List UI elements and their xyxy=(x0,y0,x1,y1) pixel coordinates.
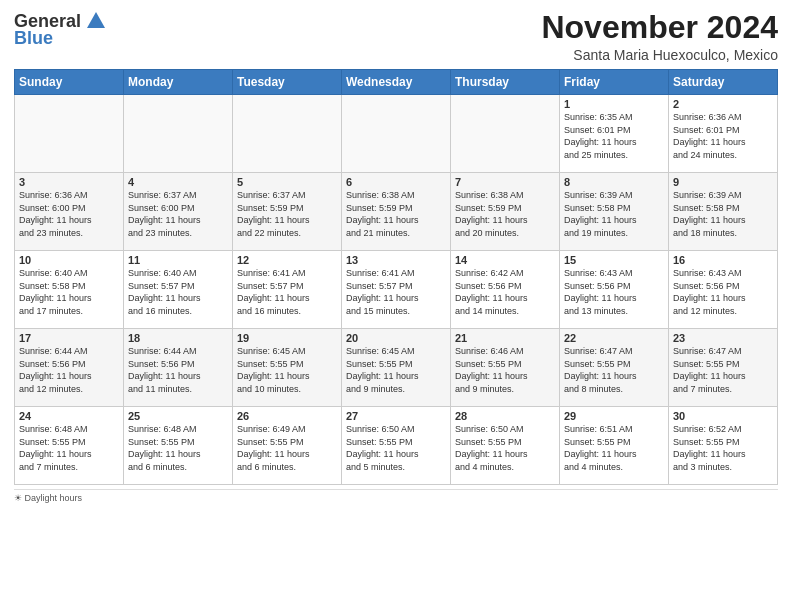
calendar-cell: 4Sunrise: 6:37 AM Sunset: 6:00 PM Daylig… xyxy=(124,173,233,251)
day-info: Sunrise: 6:48 AM Sunset: 5:55 PM Dayligh… xyxy=(19,423,119,473)
logo-icon xyxy=(85,10,107,32)
week-row-5: 24Sunrise: 6:48 AM Sunset: 5:55 PM Dayli… xyxy=(15,407,778,485)
day-info: Sunrise: 6:35 AM Sunset: 6:01 PM Dayligh… xyxy=(564,111,664,161)
day-number: 9 xyxy=(673,176,773,188)
calendar-cell: 19Sunrise: 6:45 AM Sunset: 5:55 PM Dayli… xyxy=(233,329,342,407)
calendar-cell: 22Sunrise: 6:47 AM Sunset: 5:55 PM Dayli… xyxy=(560,329,669,407)
daylight-label: Daylight hours xyxy=(25,493,83,503)
day-number: 19 xyxy=(237,332,337,344)
calendar-cell: 6Sunrise: 6:38 AM Sunset: 5:59 PM Daylig… xyxy=(342,173,451,251)
calendar-cell xyxy=(15,95,124,173)
day-info: Sunrise: 6:38 AM Sunset: 5:59 PM Dayligh… xyxy=(455,189,555,239)
calendar-cell: 10Sunrise: 6:40 AM Sunset: 5:58 PM Dayli… xyxy=(15,251,124,329)
weekday-header-tuesday: Tuesday xyxy=(233,70,342,95)
calendar-cell: 17Sunrise: 6:44 AM Sunset: 5:56 PM Dayli… xyxy=(15,329,124,407)
day-number: 16 xyxy=(673,254,773,266)
day-number: 21 xyxy=(455,332,555,344)
week-row-4: 17Sunrise: 6:44 AM Sunset: 5:56 PM Dayli… xyxy=(15,329,778,407)
day-number: 12 xyxy=(237,254,337,266)
calendar-cell: 28Sunrise: 6:50 AM Sunset: 5:55 PM Dayli… xyxy=(451,407,560,485)
calendar-cell: 11Sunrise: 6:40 AM Sunset: 5:57 PM Dayli… xyxy=(124,251,233,329)
logo: General Blue xyxy=(14,10,107,49)
day-number: 3 xyxy=(19,176,119,188)
day-info: Sunrise: 6:52 AM Sunset: 5:55 PM Dayligh… xyxy=(673,423,773,473)
calendar-cell: 1Sunrise: 6:35 AM Sunset: 6:01 PM Daylig… xyxy=(560,95,669,173)
day-info: Sunrise: 6:39 AM Sunset: 5:58 PM Dayligh… xyxy=(564,189,664,239)
day-number: 6 xyxy=(346,176,446,188)
day-number: 2 xyxy=(673,98,773,110)
calendar-cell: 23Sunrise: 6:47 AM Sunset: 5:55 PM Dayli… xyxy=(669,329,778,407)
weekday-header-monday: Monday xyxy=(124,70,233,95)
calendar-cell xyxy=(233,95,342,173)
day-info: Sunrise: 6:40 AM Sunset: 5:58 PM Dayligh… xyxy=(19,267,119,317)
calendar-cell: 15Sunrise: 6:43 AM Sunset: 5:56 PM Dayli… xyxy=(560,251,669,329)
day-number: 7 xyxy=(455,176,555,188)
weekday-header-saturday: Saturday xyxy=(669,70,778,95)
calendar-cell: 13Sunrise: 6:41 AM Sunset: 5:57 PM Dayli… xyxy=(342,251,451,329)
day-info: Sunrise: 6:39 AM Sunset: 5:58 PM Dayligh… xyxy=(673,189,773,239)
logo-blue: Blue xyxy=(14,28,53,49)
calendar-cell: 26Sunrise: 6:49 AM Sunset: 5:55 PM Dayli… xyxy=(233,407,342,485)
location-title: Santa Maria Huexoculco, Mexico xyxy=(541,47,778,63)
day-info: Sunrise: 6:44 AM Sunset: 5:56 PM Dayligh… xyxy=(19,345,119,395)
weekday-header-friday: Friday xyxy=(560,70,669,95)
day-info: Sunrise: 6:50 AM Sunset: 5:55 PM Dayligh… xyxy=(346,423,446,473)
day-number: 28 xyxy=(455,410,555,422)
calendar-cell: 12Sunrise: 6:41 AM Sunset: 5:57 PM Dayli… xyxy=(233,251,342,329)
day-info: Sunrise: 6:36 AM Sunset: 6:01 PM Dayligh… xyxy=(673,111,773,161)
day-number: 23 xyxy=(673,332,773,344)
weekday-header-thursday: Thursday xyxy=(451,70,560,95)
day-number: 17 xyxy=(19,332,119,344)
day-info: Sunrise: 6:43 AM Sunset: 5:56 PM Dayligh… xyxy=(673,267,773,317)
day-number: 30 xyxy=(673,410,773,422)
calendar-cell: 9Sunrise: 6:39 AM Sunset: 5:58 PM Daylig… xyxy=(669,173,778,251)
day-info: Sunrise: 6:43 AM Sunset: 5:56 PM Dayligh… xyxy=(564,267,664,317)
calendar-cell xyxy=(451,95,560,173)
calendar-cell: 21Sunrise: 6:46 AM Sunset: 5:55 PM Dayli… xyxy=(451,329,560,407)
calendar-cell: 30Sunrise: 6:52 AM Sunset: 5:55 PM Dayli… xyxy=(669,407,778,485)
week-row-2: 3Sunrise: 6:36 AM Sunset: 6:00 PM Daylig… xyxy=(15,173,778,251)
calendar-cell: 24Sunrise: 6:48 AM Sunset: 5:55 PM Dayli… xyxy=(15,407,124,485)
calendar-cell: 8Sunrise: 6:39 AM Sunset: 5:58 PM Daylig… xyxy=(560,173,669,251)
day-info: Sunrise: 6:41 AM Sunset: 5:57 PM Dayligh… xyxy=(346,267,446,317)
calendar-table: SundayMondayTuesdayWednesdayThursdayFrid… xyxy=(14,69,778,485)
day-info: Sunrise: 6:41 AM Sunset: 5:57 PM Dayligh… xyxy=(237,267,337,317)
day-number: 14 xyxy=(455,254,555,266)
calendar-cell: 20Sunrise: 6:45 AM Sunset: 5:55 PM Dayli… xyxy=(342,329,451,407)
calendar-cell: 5Sunrise: 6:37 AM Sunset: 5:59 PM Daylig… xyxy=(233,173,342,251)
calendar-cell: 29Sunrise: 6:51 AM Sunset: 5:55 PM Dayli… xyxy=(560,407,669,485)
calendar-cell: 16Sunrise: 6:43 AM Sunset: 5:56 PM Dayli… xyxy=(669,251,778,329)
day-number: 24 xyxy=(19,410,119,422)
day-number: 29 xyxy=(564,410,664,422)
day-number: 20 xyxy=(346,332,446,344)
title-block: November 2024 Santa Maria Huexoculco, Me… xyxy=(541,10,778,63)
day-info: Sunrise: 6:48 AM Sunset: 5:55 PM Dayligh… xyxy=(128,423,228,473)
day-info: Sunrise: 6:36 AM Sunset: 6:00 PM Dayligh… xyxy=(19,189,119,239)
weekday-header-row: SundayMondayTuesdayWednesdayThursdayFrid… xyxy=(15,70,778,95)
day-info: Sunrise: 6:40 AM Sunset: 5:57 PM Dayligh… xyxy=(128,267,228,317)
weekday-header-sunday: Sunday xyxy=(15,70,124,95)
day-info: Sunrise: 6:45 AM Sunset: 5:55 PM Dayligh… xyxy=(346,345,446,395)
day-number: 4 xyxy=(128,176,228,188)
day-info: Sunrise: 6:42 AM Sunset: 5:56 PM Dayligh… xyxy=(455,267,555,317)
day-info: Sunrise: 6:46 AM Sunset: 5:55 PM Dayligh… xyxy=(455,345,555,395)
day-number: 11 xyxy=(128,254,228,266)
day-info: Sunrise: 6:49 AM Sunset: 5:55 PM Dayligh… xyxy=(237,423,337,473)
day-info: Sunrise: 6:47 AM Sunset: 5:55 PM Dayligh… xyxy=(564,345,664,395)
day-info: Sunrise: 6:37 AM Sunset: 6:00 PM Dayligh… xyxy=(128,189,228,239)
day-info: Sunrise: 6:37 AM Sunset: 5:59 PM Dayligh… xyxy=(237,189,337,239)
month-title: November 2024 xyxy=(541,10,778,45)
day-info: Sunrise: 6:44 AM Sunset: 5:56 PM Dayligh… xyxy=(128,345,228,395)
day-info: Sunrise: 6:45 AM Sunset: 5:55 PM Dayligh… xyxy=(237,345,337,395)
day-number: 13 xyxy=(346,254,446,266)
day-number: 18 xyxy=(128,332,228,344)
day-number: 5 xyxy=(237,176,337,188)
calendar-cell: 18Sunrise: 6:44 AM Sunset: 5:56 PM Dayli… xyxy=(124,329,233,407)
calendar-cell: 7Sunrise: 6:38 AM Sunset: 5:59 PM Daylig… xyxy=(451,173,560,251)
calendar-cell: 3Sunrise: 6:36 AM Sunset: 6:00 PM Daylig… xyxy=(15,173,124,251)
day-number: 10 xyxy=(19,254,119,266)
calendar-cell: 25Sunrise: 6:48 AM Sunset: 5:55 PM Dayli… xyxy=(124,407,233,485)
weekday-header-wednesday: Wednesday xyxy=(342,70,451,95)
day-number: 26 xyxy=(237,410,337,422)
day-number: 25 xyxy=(128,410,228,422)
